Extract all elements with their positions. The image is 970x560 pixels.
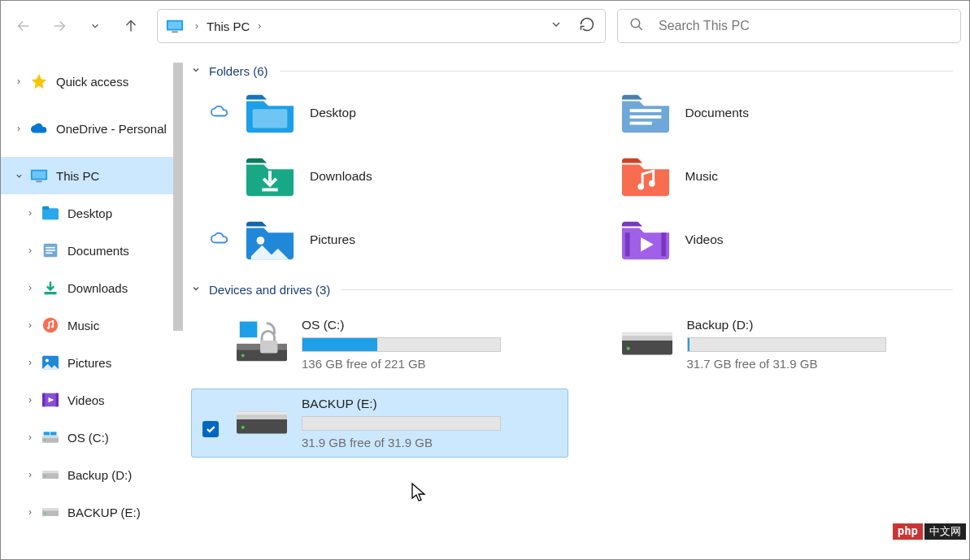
sidebar-item-os-c[interactable]: › OS (C:) bbox=[1, 419, 183, 456]
videos-folder-icon bbox=[620, 219, 671, 260]
chevron-right-icon[interactable]: › bbox=[24, 282, 37, 293]
drive-os-c[interactable]: OS (C:) 136 GB free of 221 GB bbox=[191, 310, 568, 379]
address-dropdown[interactable] bbox=[545, 13, 568, 39]
back-button[interactable] bbox=[9, 11, 38, 41]
drive-icon bbox=[42, 432, 59, 443]
sidebar-item-backup-d[interactable]: › Backup (D:) bbox=[1, 456, 183, 493]
svg-point-38 bbox=[637, 184, 644, 190]
sidebar-item-label: Quick access bbox=[56, 75, 128, 89]
svg-rect-6 bbox=[36, 180, 41, 182]
svg-rect-42 bbox=[661, 232, 666, 256]
sidebar-item-label: Music bbox=[67, 319, 99, 332]
sidebar-item-quick-access[interactable]: › Quick access bbox=[1, 63, 183, 100]
svg-point-3 bbox=[631, 19, 640, 28]
svg-point-16 bbox=[51, 325, 54, 328]
chevron-right-icon[interactable]: › bbox=[24, 207, 37, 219]
folder-label: Pictures bbox=[310, 232, 355, 247]
sidebar-item-music[interactable]: › Music bbox=[1, 306, 183, 344]
storage-bar bbox=[687, 337, 886, 352]
search-icon bbox=[629, 17, 644, 32]
group-header-folders[interactable]: Folders (6) bbox=[191, 64, 953, 78]
sidebar-item-documents[interactable]: › Documents bbox=[1, 232, 183, 269]
svg-rect-8 bbox=[42, 206, 49, 210]
folder-videos[interactable]: Videos bbox=[586, 219, 954, 260]
folder-pictures[interactable]: Pictures bbox=[211, 219, 578, 260]
svg-rect-12 bbox=[46, 253, 52, 254]
chevron-right-icon[interactable]: › bbox=[24, 394, 37, 406]
folder-desktop[interactable]: Desktop bbox=[211, 93, 578, 133]
svg-point-59 bbox=[241, 426, 245, 429]
chevron-right-icon[interactable]: › bbox=[24, 469, 37, 480]
sidebar-item-desktop[interactable]: › Desktop bbox=[1, 194, 183, 232]
chevron-right-icon: › bbox=[192, 20, 202, 32]
chevron-right-icon[interactable]: › bbox=[12, 123, 25, 134]
cloud-icon bbox=[211, 232, 228, 245]
search-input[interactable]: Search This PC bbox=[617, 9, 961, 43]
svg-point-24 bbox=[44, 439, 46, 441]
system-drive-icon bbox=[237, 319, 287, 362]
pictures-icon bbox=[42, 355, 59, 370]
sidebar-item-pictures[interactable]: › Pictures bbox=[1, 344, 183, 381]
svg-rect-26 bbox=[50, 432, 57, 435]
svg-rect-28 bbox=[42, 471, 59, 473]
up-button[interactable] bbox=[116, 11, 146, 41]
sidebar-item-this-pc[interactable]: This PC bbox=[1, 157, 183, 194]
sidebar-item-videos[interactable]: › Videos bbox=[1, 381, 183, 419]
sidebar-item-backup-e[interactable]: › BACKUP (E:) bbox=[1, 493, 183, 531]
address-bar[interactable]: › This PC › bbox=[157, 9, 606, 43]
chevron-down-icon[interactable] bbox=[12, 171, 25, 180]
this-pc-icon bbox=[166, 19, 184, 33]
chevron-right-icon[interactable]: › bbox=[24, 432, 37, 443]
svg-rect-41 bbox=[624, 232, 629, 256]
folder-label: Documents bbox=[685, 106, 749, 120]
chevron-right-icon[interactable]: › bbox=[12, 76, 25, 87]
breadcrumb-this-pc[interactable]: This PC bbox=[202, 20, 254, 33]
refresh-button[interactable] bbox=[568, 11, 597, 41]
folder-icon bbox=[42, 206, 59, 220]
sidebar-item-onedrive[interactable]: › OneDrive - Personal bbox=[1, 110, 183, 147]
refresh-icon bbox=[579, 16, 595, 33]
group-count: (6) bbox=[253, 64, 268, 78]
search-placeholder: Search This PC bbox=[659, 19, 750, 33]
folder-music[interactable]: Music bbox=[586, 156, 954, 197]
folder-downloads[interactable]: Downloads bbox=[211, 156, 578, 197]
svg-rect-21 bbox=[56, 393, 59, 407]
sidebar-item-downloads[interactable]: › Downloads bbox=[1, 269, 183, 306]
checkbox-checked-icon[interactable] bbox=[202, 421, 219, 437]
group-title: Folders bbox=[209, 64, 250, 78]
svg-rect-35 bbox=[629, 115, 661, 119]
chevron-right-icon[interactable]: › bbox=[24, 245, 37, 256]
chevron-right-icon[interactable]: › bbox=[24, 357, 37, 368]
svg-rect-31 bbox=[42, 508, 59, 510]
group-header-drives[interactable]: Devices and drives (3) bbox=[191, 283, 953, 297]
sidebar-item-label: Downloads bbox=[67, 281, 128, 295]
svg-rect-34 bbox=[629, 109, 661, 112]
chevron-right-icon[interactable]: › bbox=[24, 319, 37, 331]
svg-rect-2 bbox=[172, 31, 177, 33]
drive-free-text: 31.7 GB free of 31.9 GB bbox=[687, 357, 942, 371]
chevron-down-icon bbox=[550, 18, 563, 31]
svg-rect-37 bbox=[262, 189, 277, 192]
drive-backup-e[interactable]: BACKUP (E:) 31.9 GB free of 31.9 GB bbox=[191, 389, 568, 458]
folder-documents[interactable]: Documents bbox=[586, 93, 954, 133]
arrow-up-icon bbox=[122, 17, 140, 35]
sidebar-item-label: OS (C:) bbox=[67, 431, 109, 445]
drive-label: OS (C:) bbox=[302, 318, 557, 332]
documents-icon bbox=[42, 242, 59, 258]
svg-rect-20 bbox=[42, 393, 45, 407]
watermark-text: 中文网 bbox=[924, 523, 966, 540]
drive-backup-d[interactable]: Backup (D:) 31.7 GB free of 31.9 GB bbox=[576, 310, 954, 379]
svg-point-39 bbox=[648, 180, 655, 187]
recent-dropdown[interactable] bbox=[80, 11, 110, 41]
chevron-down-icon bbox=[191, 65, 201, 77]
svg-rect-46 bbox=[240, 329, 248, 337]
sidebar-scrollbar[interactable] bbox=[173, 63, 183, 331]
chevron-right-icon[interactable]: › bbox=[24, 506, 37, 518]
sidebar-item-label: OneDrive - Personal bbox=[56, 122, 167, 136]
forward-button[interactable] bbox=[45, 11, 74, 41]
videos-icon bbox=[42, 393, 59, 407]
svg-rect-44 bbox=[240, 322, 248, 329]
music-icon bbox=[42, 317, 59, 333]
sidebar-item-label: BACKUP (E:) bbox=[67, 506, 141, 519]
svg-point-18 bbox=[46, 358, 49, 362]
